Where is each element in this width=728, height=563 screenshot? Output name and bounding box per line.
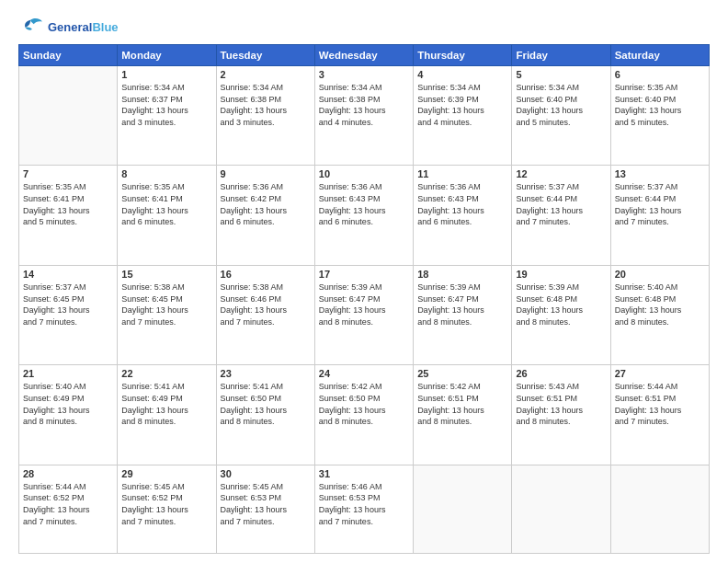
day-info: Sunrise: 5:41 AM Sunset: 6:50 PM Dayligh… [221,381,311,427]
calendar-cell-5-1: 28Sunrise: 5:44 AM Sunset: 6:52 PM Dayli… [19,465,118,553]
calendar-cell-2-2: 8Sunrise: 5:35 AM Sunset: 6:41 PM Daylig… [118,166,216,265]
day-number: 6 [615,69,705,80]
logo-text: GeneralBlue [48,20,119,34]
calendar-cell-4-7: 27Sunrise: 5:44 AM Sunset: 6:51 PM Dayli… [610,365,709,465]
day-info: Sunrise: 5:38 AM Sunset: 6:46 PM Dayligh… [221,282,311,327]
day-number: 21 [23,368,113,379]
day-info: Sunrise: 5:36 AM Sunset: 6:43 PM Dayligh… [319,181,409,227]
day-number: 9 [221,168,311,179]
day-number: 11 [417,168,507,179]
calendar-cell-2-5: 11Sunrise: 5:36 AM Sunset: 6:43 PM Dayli… [414,166,512,265]
logo-icon [18,17,44,37]
day-number: 3 [319,69,409,80]
calendar-cell-3-5: 18Sunrise: 5:39 AM Sunset: 6:47 PM Dayli… [414,265,512,364]
day-info: Sunrise: 5:36 AM Sunset: 6:42 PM Dayligh… [221,181,311,227]
day-info: Sunrise: 5:42 AM Sunset: 6:51 PM Dayligh… [417,381,507,427]
calendar-cell-2-6: 12Sunrise: 5:37 AM Sunset: 6:44 PM Dayli… [512,166,610,265]
day-info: Sunrise: 5:36 AM Sunset: 6:43 PM Dayligh… [417,181,507,227]
day-info: Sunrise: 5:39 AM Sunset: 6:48 PM Dayligh… [516,282,606,327]
calendar-cell-2-4: 10Sunrise: 5:36 AM Sunset: 6:43 PM Dayli… [314,166,413,265]
day-info: Sunrise: 5:37 AM Sunset: 6:44 PM Dayligh… [516,181,606,227]
calendar-cell-1-7: 6Sunrise: 5:35 AM Sunset: 6:40 PM Daylig… [610,66,709,166]
day-info: Sunrise: 5:45 AM Sunset: 6:53 PM Dayligh… [221,481,311,527]
calendar-cell-4-4: 24Sunrise: 5:42 AM Sunset: 6:50 PM Dayli… [314,365,413,465]
page: GeneralBlue SundayMondayTuesdayWednesday… [0,0,728,563]
day-info: Sunrise: 5:34 AM Sunset: 6:39 PM Dayligh… [417,82,507,128]
day-info: Sunrise: 5:39 AM Sunset: 6:47 PM Dayligh… [319,282,409,327]
day-number: 17 [319,269,409,280]
calendar-week-1: 1Sunrise: 5:34 AM Sunset: 6:37 PM Daylig… [19,66,710,166]
day-number: 19 [516,269,606,280]
day-number: 7 [23,168,113,179]
day-number: 8 [121,168,211,179]
calendar-cell-2-1: 7Sunrise: 5:35 AM Sunset: 6:41 PM Daylig… [19,166,118,265]
day-number: 28 [23,468,113,479]
day-info: Sunrise: 5:39 AM Sunset: 6:47 PM Dayligh… [417,282,507,327]
day-number: 16 [221,269,311,280]
calendar-cell-4-1: 21Sunrise: 5:40 AM Sunset: 6:49 PM Dayli… [19,365,118,465]
weekday-header-saturday: Saturday [610,45,709,66]
calendar-table: SundayMondayTuesdayWednesdayThursdayFrid… [18,44,710,554]
day-number: 10 [319,168,409,179]
day-info: Sunrise: 5:44 AM Sunset: 6:52 PM Dayligh… [23,481,113,527]
calendar-cell-1-6: 5Sunrise: 5:34 AM Sunset: 6:40 PM Daylig… [512,66,610,166]
weekday-header-friday: Friday [512,45,610,66]
calendar-cell-5-6 [512,465,610,553]
day-info: Sunrise: 5:44 AM Sunset: 6:51 PM Dayligh… [615,381,705,427]
calendar-week-5: 28Sunrise: 5:44 AM Sunset: 6:52 PM Dayli… [19,465,710,553]
day-number: 14 [23,269,113,280]
calendar-cell-3-7: 20Sunrise: 5:40 AM Sunset: 6:48 PM Dayli… [610,265,709,364]
day-info: Sunrise: 5:38 AM Sunset: 6:45 PM Dayligh… [121,282,211,327]
weekday-header-row: SundayMondayTuesdayWednesdayThursdayFrid… [19,45,710,66]
day-number: 13 [615,168,705,179]
day-info: Sunrise: 5:43 AM Sunset: 6:51 PM Dayligh… [516,381,606,427]
calendar-cell-4-3: 23Sunrise: 5:41 AM Sunset: 6:50 PM Dayli… [216,365,314,465]
day-number: 5 [516,69,606,80]
day-number: 12 [516,168,606,179]
calendar-cell-1-5: 4Sunrise: 5:34 AM Sunset: 6:39 PM Daylig… [414,66,512,166]
day-number: 25 [417,368,507,379]
day-number: 24 [319,368,409,379]
header: GeneralBlue [18,17,710,37]
day-info: Sunrise: 5:45 AM Sunset: 6:52 PM Dayligh… [121,481,211,527]
calendar-cell-2-3: 9Sunrise: 5:36 AM Sunset: 6:42 PM Daylig… [216,166,314,265]
day-info: Sunrise: 5:34 AM Sunset: 6:37 PM Dayligh… [121,82,211,128]
calendar-cell-3-2: 15Sunrise: 5:38 AM Sunset: 6:45 PM Dayli… [118,265,216,364]
day-info: Sunrise: 5:35 AM Sunset: 6:41 PM Dayligh… [121,181,211,227]
calendar-cell-3-6: 19Sunrise: 5:39 AM Sunset: 6:48 PM Dayli… [512,265,610,364]
weekday-header-wednesday: Wednesday [314,45,413,66]
day-info: Sunrise: 5:46 AM Sunset: 6:53 PM Dayligh… [319,481,409,527]
calendar-cell-1-4: 3Sunrise: 5:34 AM Sunset: 6:38 PM Daylig… [314,66,413,166]
calendar-cell-1-2: 1Sunrise: 5:34 AM Sunset: 6:37 PM Daylig… [118,66,216,166]
day-number: 29 [121,468,211,479]
calendar-cell-4-5: 25Sunrise: 5:42 AM Sunset: 6:51 PM Dayli… [414,365,512,465]
day-info: Sunrise: 5:34 AM Sunset: 6:38 PM Dayligh… [221,82,311,128]
calendar-cell-2-7: 13Sunrise: 5:37 AM Sunset: 6:44 PM Dayli… [610,166,709,265]
calendar-week-4: 21Sunrise: 5:40 AM Sunset: 6:49 PM Dayli… [19,365,710,465]
day-info: Sunrise: 5:37 AM Sunset: 6:45 PM Dayligh… [23,282,113,327]
day-info: Sunrise: 5:41 AM Sunset: 6:49 PM Dayligh… [121,381,211,427]
calendar-week-2: 7Sunrise: 5:35 AM Sunset: 6:41 PM Daylig… [19,166,710,265]
day-number: 1 [121,69,211,80]
calendar-cell-5-7 [610,465,709,553]
day-number: 20 [615,269,705,280]
calendar-cell-1-3: 2Sunrise: 5:34 AM Sunset: 6:38 PM Daylig… [216,66,314,166]
calendar-cell-5-5 [414,465,512,553]
day-number: 27 [615,368,705,379]
day-number: 4 [417,69,507,80]
day-number: 18 [417,269,507,280]
day-number: 2 [221,69,311,80]
day-info: Sunrise: 5:42 AM Sunset: 6:50 PM Dayligh… [319,381,409,427]
day-info: Sunrise: 5:34 AM Sunset: 6:40 PM Dayligh… [516,82,606,128]
calendar-cell-5-3: 30Sunrise: 5:45 AM Sunset: 6:53 PM Dayli… [216,465,314,553]
weekday-header-thursday: Thursday [414,45,512,66]
calendar-cell-3-4: 17Sunrise: 5:39 AM Sunset: 6:47 PM Dayli… [314,265,413,364]
day-info: Sunrise: 5:40 AM Sunset: 6:49 PM Dayligh… [23,381,113,427]
calendar-cell-5-4: 31Sunrise: 5:46 AM Sunset: 6:53 PM Dayli… [314,465,413,553]
day-number: 23 [221,368,311,379]
day-number: 31 [319,468,409,479]
day-number: 30 [221,468,311,479]
day-info: Sunrise: 5:35 AM Sunset: 6:40 PM Dayligh… [615,82,705,128]
calendar-week-3: 14Sunrise: 5:37 AM Sunset: 6:45 PM Dayli… [19,265,710,364]
logo: GeneralBlue [18,17,119,37]
